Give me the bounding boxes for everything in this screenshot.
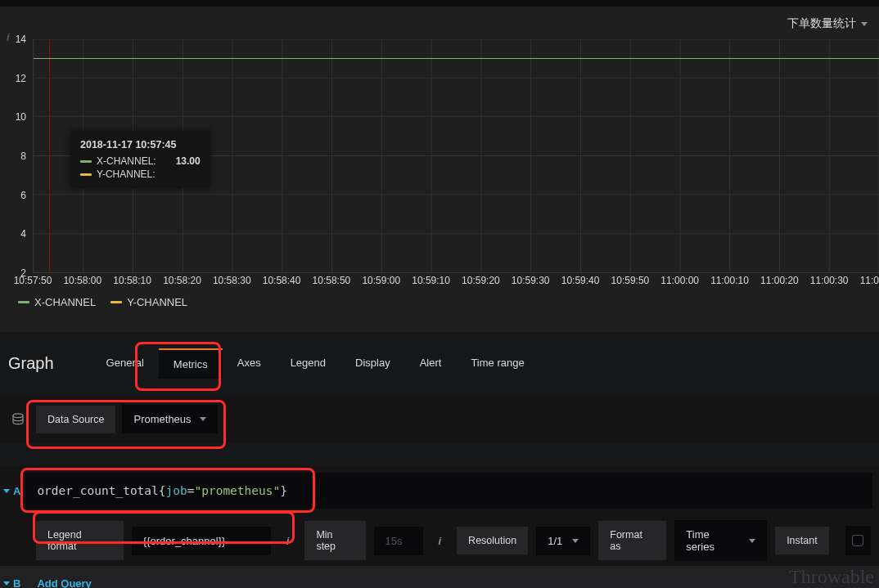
query-a-toggle[interactable]: A — [0, 466, 25, 515]
legend-format-label: Legend format — [36, 521, 124, 560]
y-tick: 14 — [16, 34, 26, 45]
panel-title: 下单数量统计 — [787, 16, 856, 31]
tab-axes[interactable]: Axes — [223, 348, 276, 379]
tooltip-swatch — [80, 173, 92, 176]
chevron-down-icon — [200, 417, 206, 421]
x-tick: 10:58:40 — [263, 275, 301, 286]
query-row-a: A order_count_total{job="prometheus"} — [0, 466, 879, 515]
tooltip-swatch — [80, 160, 92, 163]
legend-label: X-CHANNEL — [34, 296, 96, 308]
legend-swatch — [110, 301, 122, 303]
datasource-row: Data Source Prometheus — [0, 395, 879, 443]
resolution-select[interactable]: 1/1 — [536, 527, 590, 555]
format-as-label: Format as — [598, 521, 666, 560]
instant-label: Instant — [775, 527, 829, 554]
tab-time-range[interactable]: Time range — [456, 348, 539, 379]
datasource-value: Prometheus — [133, 413, 191, 425]
x-tick: 10:59:30 — [512, 275, 550, 286]
y-tick: 10 — [16, 111, 26, 123]
tab-general[interactable]: General — [92, 348, 159, 379]
tooltip-time: 2018-11-17 10:57:45 — [80, 139, 201, 150]
editor-title: Graph — [8, 354, 54, 373]
min-step-input[interactable]: 15s — [374, 527, 423, 555]
x-tick: 10:58:20 — [163, 275, 201, 286]
x-tick: 11:00:10 — [710, 275, 749, 286]
x-tick: 10:57:50 — [14, 275, 52, 286]
resolution-value: 1/1 — [548, 535, 562, 547]
format-as-value: Time series — [686, 528, 739, 553]
legend-swatch — [18, 301, 29, 303]
y-tick: 6 — [20, 190, 26, 201]
tab-display[interactable]: Display — [340, 348, 405, 379]
tab-alert[interactable]: Alert — [405, 348, 457, 379]
x-tick: 10:58:00 — [63, 275, 101, 286]
svg-point-26 — [13, 413, 23, 417]
query-options-row: Legend format {{order_channel}} i Min st… — [0, 515, 879, 566]
editor-tabs-row: Graph General Metrics Axes Legend Displa… — [0, 332, 879, 395]
checkbox-empty-icon — [852, 535, 863, 546]
x-tick: 11:00:20 — [760, 275, 799, 286]
query-letter-a: A — [13, 485, 20, 497]
query-expression-input[interactable]: order_count_total{job="prometheus"} — [25, 473, 872, 509]
y-axis: 14 12 10 8 6 4 2 — [3, 36, 29, 273]
chevron-down-icon — [3, 581, 10, 586]
chevron-down-icon — [861, 22, 868, 26]
legend-item-y-channel[interactable]: Y-CHANNEL — [110, 296, 187, 308]
y-tick: 4 — [20, 228, 26, 240]
tooltip-label: Y-CHANNEL: — [97, 168, 156, 180]
tab-metrics[interactable]: Metrics — [159, 348, 223, 379]
info-icon[interactable]: i — [431, 535, 449, 547]
resolution-label: Resolution — [457, 527, 528, 554]
x-axis: 10:57:50 10:58:00 10:58:10 10:58:20 10:5… — [33, 275, 879, 288]
format-as-select[interactable]: Time series — [674, 520, 767, 561]
datasource-select[interactable]: Prometheus — [122, 405, 217, 433]
y-tick: 8 — [20, 150, 26, 162]
x-tick: 11:00:40 — [860, 275, 879, 286]
query-row-b: B Add Query — [0, 566, 879, 588]
x-tick: 10:59:40 — [561, 275, 600, 286]
x-tick: 10:58:30 — [213, 275, 251, 286]
y-tick: 12 — [16, 73, 26, 84]
x-tick: 10:59:00 — [362, 275, 400, 286]
tab-legend[interactable]: Legend — [276, 348, 340, 379]
legend-bar: X-CHANNEL Y-CHANNEL — [0, 288, 879, 316]
chart-tooltip: 2018-11-17 10:57:45 X-CHANNEL: 13.00 Y-C… — [70, 131, 210, 188]
x-tick: 10:59:10 — [412, 275, 450, 286]
x-tick: 10:58:10 — [113, 275, 151, 286]
tooltip-row: X-CHANNEL: 13.00 — [80, 155, 201, 167]
instant-checkbox[interactable] — [845, 526, 871, 555]
add-query-button[interactable]: Add Query — [25, 571, 102, 588]
x-tick: 11:00:30 — [810, 275, 849, 286]
datasource-label: Data Source — [36, 406, 115, 433]
panel-title-dropdown[interactable]: 下单数量统计 — [787, 16, 868, 31]
query-b-toggle[interactable]: B — [0, 577, 25, 588]
query-letter-b: B — [13, 577, 20, 588]
x-tick: 10:58:50 — [313, 275, 351, 286]
tooltip-value: 13.00 — [176, 155, 201, 167]
tooltip-label: X-CHANNEL: — [97, 155, 156, 167]
legend-format-input[interactable]: {{order_channel}} — [132, 527, 271, 555]
chevron-down-icon — [749, 539, 755, 543]
min-step-label: Min step — [304, 521, 365, 560]
database-icon — [11, 413, 25, 426]
x-tick: 10:59:50 — [611, 275, 650, 286]
legend-label: Y-CHANNEL — [127, 296, 187, 308]
x-tick: 10:59:20 — [462, 275, 500, 286]
legend-item-x-channel[interactable]: X-CHANNEL — [18, 296, 96, 308]
chevron-down-icon — [572, 539, 579, 543]
graph-panel: i 下单数量统计 14 12 10 8 6 4 2 — [0, 7, 879, 332]
chevron-down-icon — [3, 489, 10, 493]
info-icon[interactable]: i — [279, 535, 297, 547]
tooltip-row: Y-CHANNEL: — [80, 168, 201, 180]
x-tick: 11:00:00 — [660, 275, 699, 286]
chart-area[interactable]: 14 12 10 8 6 4 2 — [3, 36, 879, 288]
